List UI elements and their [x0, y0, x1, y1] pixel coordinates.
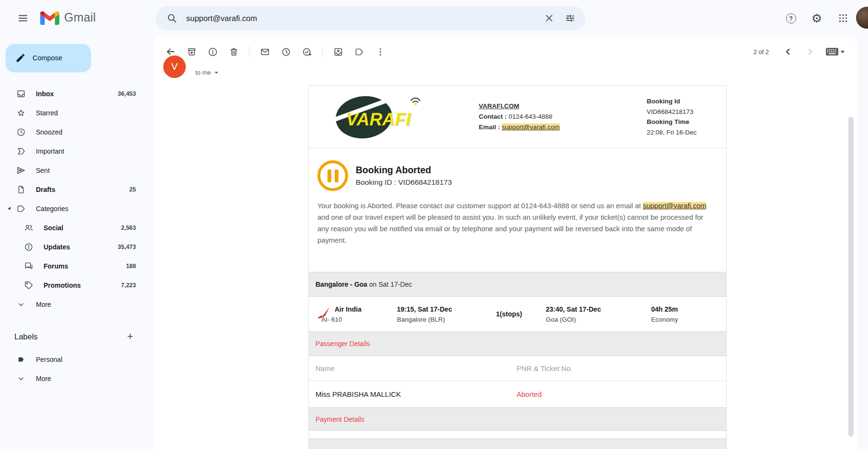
input-tools-keyboard-icon[interactable]	[825, 47, 845, 56]
payment-details-band: Payment Details	[309, 407, 726, 431]
pause-status-icon	[317, 160, 348, 191]
email-header-box: VARAFI VARAFI.COM Contact : 0124-643-488…	[309, 86, 726, 148]
chevron-down-icon	[16, 300, 26, 309]
clear-search-icon[interactable]	[539, 8, 560, 29]
help-icon[interactable]: ?	[780, 8, 801, 29]
sidebar-item-inbox[interactable]: Inbox36,453	[0, 84, 153, 103]
archive-icon[interactable]	[181, 41, 202, 62]
mail-view-pane: 2 of 2 V to me VARAFI	[153, 36, 857, 449]
sidebar: Compose Inbox36,453 Starred Snoozed Impo…	[0, 36, 153, 449]
top-bar: Gmail ? ⚙	[0, 0, 868, 36]
newer-chevron-left-icon[interactable]	[778, 42, 798, 61]
gmail-logo[interactable]: Gmail	[40, 10, 96, 25]
sidebar-item-sent[interactable]: Sent	[0, 161, 153, 180]
sidebar-item-more[interactable]: More	[0, 295, 153, 314]
logo-wordmark: VARAFI	[346, 110, 411, 130]
add-to-tasks-icon[interactable]	[296, 41, 317, 62]
collapse-arrow-icon[interactable]	[8, 206, 12, 211]
compose-button[interactable]: Compose	[6, 44, 91, 72]
snooze-clock-icon	[16, 127, 26, 137]
scrollbar-thumb[interactable]	[848, 117, 854, 437]
search-filters-icon[interactable]	[560, 8, 581, 29]
pencil-icon	[15, 53, 26, 63]
mail-toolbar	[160, 40, 391, 63]
status-message: Your booking is Aborted. Please contact …	[317, 201, 726, 247]
labels-header: Labels +	[0, 327, 153, 346]
col-pnr: PNR & Ticket No.	[517, 364, 726, 372]
sidebar-nav: Inbox36,453 Starred Snoozed Important Se…	[0, 84, 153, 314]
toolbar-divider	[249, 46, 249, 57]
varafi-site-link[interactable]: VARAFI.COM	[479, 102, 519, 110]
pagination: 2 of 2	[753, 40, 845, 63]
passenger-name: Miss PRABISHA MALLICK	[309, 390, 517, 398]
sidebar-item-important[interactable]: Important	[0, 142, 153, 161]
search-bar[interactable]	[156, 6, 586, 30]
gmail-wordmark: Gmail	[64, 11, 96, 24]
older-chevron-right-icon[interactable]	[800, 42, 820, 61]
search-icon[interactable]	[161, 8, 182, 29]
compose-label: Compose	[33, 54, 62, 62]
sidebar-label-personal[interactable]: Personal	[0, 350, 153, 369]
passenger-table-header: Name PNR & Ticket No.	[309, 356, 726, 381]
info-icon	[24, 242, 34, 252]
categories-label-icon	[16, 204, 26, 213]
support-email-link[interactable]: support@varafi.com	[643, 202, 707, 210]
delete-trash-icon[interactable]	[223, 41, 244, 62]
spacer	[309, 431, 726, 438]
booking-status-section: Booking Aborted Booking ID : VID66842181…	[309, 148, 726, 272]
toolbar-divider	[322, 46, 323, 57]
send-icon	[16, 166, 26, 175]
inbox-icon	[16, 89, 26, 99]
sidebar-item-promotions[interactable]: Promotions7,223	[0, 276, 153, 295]
route-band: Bangalore - Goa on Sat 17-Dec	[309, 272, 726, 297]
settings-gear-icon[interactable]: ⚙	[806, 8, 827, 29]
gmail-m-icon	[40, 10, 59, 25]
details-caret-icon	[214, 72, 218, 74]
snooze-icon[interactable]	[275, 41, 296, 62]
people-icon	[24, 223, 34, 233]
support-email-link[interactable]: support@varafi.com	[502, 123, 560, 131]
email-body: VARAFI VARAFI.COM Contact : 0124-643-488…	[308, 85, 727, 449]
mark-unread-envelope-icon[interactable]	[254, 41, 275, 62]
passenger-details-band: Passenger Details	[309, 331, 726, 356]
label-filled-icon	[16, 355, 26, 364]
promotions-tag-icon	[24, 281, 34, 290]
status-booking-id: Booking ID : VID6684218173	[356, 178, 452, 187]
report-spam-icon[interactable]	[202, 41, 223, 62]
next-section-band-clipped	[309, 438, 726, 449]
sidebar-label-more[interactable]: More	[0, 369, 153, 388]
more-options-icon[interactable]	[370, 41, 391, 62]
sidebar-item-starred[interactable]: Starred	[0, 103, 153, 123]
draft-file-icon	[16, 185, 26, 194]
passenger-row: Miss PRABISHA MALLICK Aborted	[309, 381, 726, 407]
move-to-icon[interactable]	[327, 41, 349, 62]
contact-block: VARAFI.COM Contact : 0124-643-4888 Email…	[479, 101, 560, 133]
to-me-recipient[interactable]: to me	[195, 69, 218, 76]
chevron-down-icon	[16, 374, 26, 383]
sidebar-item-drafts[interactable]: Drafts25	[0, 180, 153, 199]
sidebar-item-updates[interactable]: Updates35,473	[0, 237, 153, 257]
google-apps-grid-icon[interactable]	[833, 8, 854, 29]
sidebar-item-social[interactable]: Social2,563	[0, 218, 153, 237]
booking-info-block: Booking Id VID6684218173 Booking Time 22…	[647, 96, 697, 137]
star-icon	[16, 108, 26, 118]
varafi-logo: VARAFI	[336, 93, 439, 140]
flight-row: Air India AI- 610 19:15, Sat 17-Dec Bang…	[309, 297, 726, 331]
important-marker-icon	[16, 146, 26, 156]
col-name: Name	[309, 364, 517, 372]
sidebar-item-categories[interactable]: Categories	[0, 199, 153, 218]
forums-chat-icon	[24, 261, 34, 271]
status-title: Booking Aborted	[356, 165, 452, 176]
sidebar-item-snoozed[interactable]: Snoozed	[0, 123, 153, 142]
create-label-plus-icon[interactable]: +	[123, 329, 138, 344]
sidebar-item-forums[interactable]: Forums188	[0, 257, 153, 276]
pagination-count: 2 of 2	[753, 48, 769, 56]
passenger-status: Aborted	[517, 390, 726, 398]
wifi-icon	[408, 96, 423, 109]
label-icon[interactable]	[349, 41, 370, 62]
search-input[interactable]	[182, 14, 539, 23]
hamburger-menu-icon[interactable]	[12, 8, 34, 29]
sender-avatar[interactable]: V	[163, 56, 186, 78]
